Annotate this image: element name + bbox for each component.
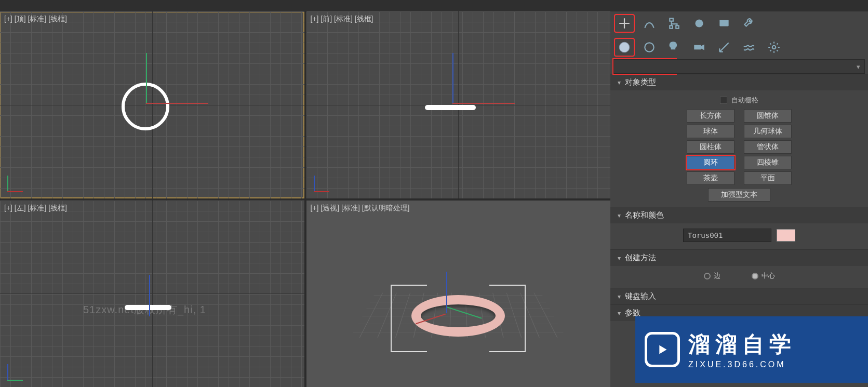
- primitive-button-textplus[interactable]: 加强型文本: [708, 188, 770, 202]
- shapes-category-icon[interactable]: [639, 38, 659, 56]
- primitive-button-7[interactable]: 四棱锥: [744, 156, 792, 169]
- create-tab-icon[interactable]: [615, 15, 634, 32]
- torus-edge[interactable]: [125, 305, 171, 310]
- svg-point-3: [695, 19, 703, 27]
- play-logo-icon: [645, 332, 680, 367]
- axis-tripod: [7, 167, 31, 191]
- svg-point-5: [619, 42, 630, 52]
- spacewarps-category-icon[interactable]: [739, 38, 759, 56]
- viewport-left[interactable]: [+] [左] [标准] [线框] 51zxw.net版权所有_hi, 1: [0, 201, 304, 388]
- helpers-category-icon[interactable]: [714, 38, 734, 56]
- radio-edge[interactable]: 边: [704, 271, 720, 281]
- axis-tripod: [314, 167, 338, 191]
- brand-title: 溜溜自学: [688, 330, 796, 359]
- svg-rect-1: [670, 25, 672, 28]
- viewport-label-front[interactable]: [+] [前] [标准] [线框]: [311, 15, 373, 24]
- brand-banner: 溜溜自学 ZIXUE.3D66.COM: [635, 316, 868, 383]
- radio-center[interactable]: 中心: [752, 271, 775, 281]
- svg-rect-0: [670, 18, 673, 21]
- autogrid-checkbox[interactable]: [720, 97, 727, 104]
- object-color-swatch[interactable]: [777, 229, 795, 242]
- viewport-label-top[interactable]: [+] [顶] [标准] [线框]: [4, 15, 67, 24]
- primitive-button-8[interactable]: 茶壶: [687, 171, 735, 185]
- axis-tripod: [7, 356, 31, 380]
- primitive-button-1[interactable]: 圆锥体: [744, 109, 792, 123]
- object-name-input[interactable]: [683, 229, 771, 242]
- primitive-button-5[interactable]: 管状体: [744, 140, 792, 154]
- primitive-button-4[interactable]: 圆柱体: [687, 140, 735, 154]
- viewport-grid: [+] [顶] [标准] [线框] [+] [前] [标准] [线框] [+] …: [0, 11, 610, 387]
- rollout-name-color-header[interactable]: 名称和颜色: [610, 207, 868, 223]
- display-tab-icon[interactable]: [714, 15, 734, 32]
- modify-tab-icon[interactable]: [639, 15, 659, 32]
- rollout-object-type-header[interactable]: 对象类型: [610, 74, 868, 90]
- command-panel: 标准基本体 ▾ 对象类型 自动栅格 长方体圆锥体球体几何球体圆柱体管状体圆环四棱…: [610, 11, 868, 387]
- svg-rect-7: [694, 45, 701, 50]
- geometry-category-icon[interactable]: [615, 38, 634, 56]
- command-panel-tabs: [610, 11, 868, 35]
- viewport-front[interactable]: [+] [前] [标准] [线框]: [306, 11, 611, 198]
- viewport-perspective[interactable]: [+] [透视] [标准] [默认明暗处理]: [306, 201, 611, 388]
- rollout-object-type-body: 自动栅格 长方体圆锥体球体几何球体圆柱体管状体圆环四棱锥茶壶平面 加强型文本: [610, 90, 868, 207]
- motion-tab-icon[interactable]: [689, 15, 709, 32]
- viewport-label-left[interactable]: [+] [左] [标准] [线框]: [4, 204, 67, 213]
- cameras-category-icon[interactable]: [689, 38, 709, 56]
- primitive-button-6[interactable]: 圆环: [687, 156, 735, 169]
- dropdown-label: 标准基本体: [619, 62, 653, 71]
- rollout-creation-method-header[interactable]: 创建方法: [610, 249, 868, 266]
- hierarchy-tab-icon[interactable]: [664, 15, 684, 32]
- rollout-keyboard-entry-header[interactable]: 键盘输入: [610, 288, 868, 304]
- primitive-button-2[interactable]: 球体: [687, 125, 735, 138]
- chevron-down-icon: ▾: [857, 63, 860, 71]
- svg-rect-2: [676, 25, 678, 28]
- primitive-button-9[interactable]: 平面: [744, 171, 792, 185]
- primitive-button-3[interactable]: 几何球体: [744, 125, 792, 138]
- autogrid-label: 自动栅格: [731, 96, 758, 105]
- torus-edge[interactable]: [425, 105, 476, 110]
- svg-point-8: [772, 46, 776, 49]
- viewport-label-persp[interactable]: [+] [透视] [标准] [默认明暗处理]: [311, 204, 410, 213]
- utilities-tab-icon[interactable]: [739, 15, 759, 32]
- brand-url: ZIXUE.3D66.COM: [688, 360, 796, 369]
- primitive-button-0[interactable]: 长方体: [687, 109, 735, 123]
- viewport-top[interactable]: [+] [顶] [标准] [线框]: [0, 11, 304, 198]
- lights-category-icon[interactable]: [664, 38, 684, 56]
- torus-solid[interactable]: [411, 295, 505, 337]
- primitive-category-dropdown[interactable]: 标准基本体: [613, 59, 676, 74]
- top-toolbar: [0, 0, 868, 11]
- svg-rect-4: [719, 20, 728, 26]
- svg-point-6: [645, 43, 653, 51]
- systems-category-icon[interactable]: [764, 38, 784, 56]
- create-category-row: [610, 35, 868, 59]
